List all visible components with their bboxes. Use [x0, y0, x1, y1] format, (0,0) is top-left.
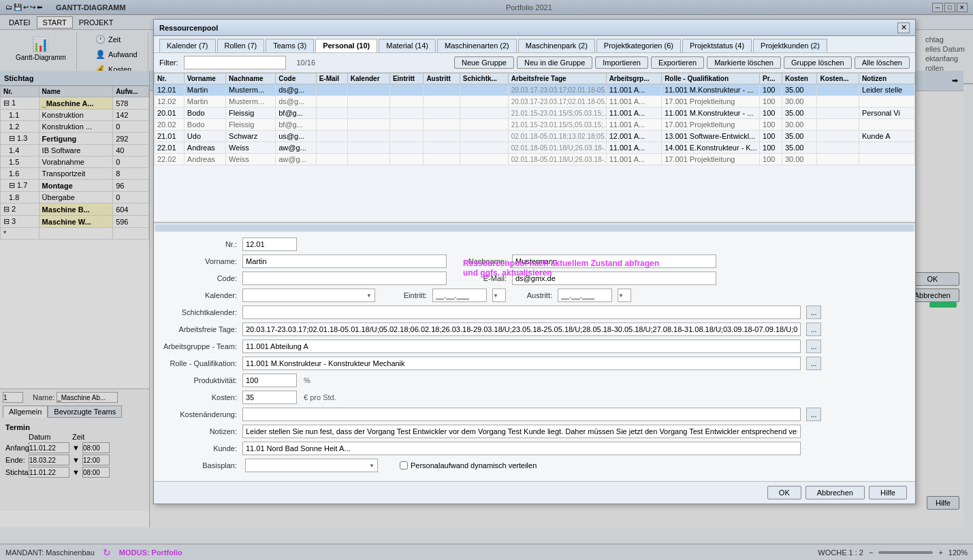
- filter-input[interactable]: [184, 56, 286, 69]
- austritt-combo[interactable]: ▼: [618, 289, 631, 302]
- vorname-field[interactable]: [242, 254, 447, 268]
- form-row-arbeitsfreie: Arbeitsfreie Tage: ...: [162, 323, 907, 336]
- email-field[interactable]: [512, 271, 716, 285]
- form-row-schicht: Schichtkalender: ...: [162, 306, 907, 319]
- exportieren-btn[interactable]: Exportieren: [651, 56, 704, 69]
- ressourcenpool-dialog: Ressourcenpool ✕ Kalender (7) Rollen (7)…: [153, 19, 916, 504]
- form-row-kosten: Kosten: € pro Std.: [162, 391, 907, 404]
- th-austritt: Austritt: [424, 73, 460, 84]
- form-row-kunde: Kunde:: [162, 442, 907, 455]
- austritt-field[interactable]: [558, 289, 612, 302]
- personalaufwand-checkbox[interactable]: [400, 461, 408, 470]
- dialog-close-btn[interactable]: ✕: [897, 22, 910, 33]
- basisplan-label: Basisplan:: [162, 461, 237, 470]
- eintritt-field[interactable]: [432, 289, 487, 302]
- kunde-field[interactable]: [242, 442, 801, 455]
- table-row[interactable]: 21.01 Udo Schwarz us@g... 02.01.18-05.01…: [155, 131, 915, 142]
- action-buttons: Neue Gruppe Neu in die Gruppe Importiere…: [454, 56, 910, 69]
- tab-kalender[interactable]: Kalender (7): [159, 39, 216, 52]
- nachname-field[interactable]: [512, 254, 716, 268]
- form-row-vorname: Vorname: Nachname:: [162, 254, 907, 268]
- prod-field[interactable]: [242, 374, 297, 387]
- tab-projektkategorien[interactable]: Projektkategorien (6): [596, 39, 681, 52]
- kostenaend-label: Kostenänderung:: [162, 410, 237, 418]
- kalender-label: Kalender:: [162, 291, 237, 299]
- filter-count: 10/16: [297, 59, 316, 67]
- personalaufwand-checkbox-label: Personalaufwand dynamisch verteilen: [400, 461, 537, 470]
- dialog-footer: OK Abbrechen Hilfe: [154, 481, 915, 504]
- nr-label: Nr.:: [162, 240, 237, 248]
- arbeitsfreie-field[interactable]: [242, 323, 801, 336]
- table-row[interactable]: 22.01 Andreas Weiss aw@g... 02.01.18-05.…: [155, 142, 915, 154]
- notizen-field[interactable]: [242, 425, 801, 438]
- nachname-label: Nachname:: [452, 257, 507, 265]
- email-label: E-Mail:: [452, 274, 507, 282]
- dialog-titlebar: Ressourcenpool ✕: [154, 20, 915, 36]
- th-eintritt: Eintritt: [389, 73, 423, 84]
- th-kosten: Kosten: [782, 73, 816, 84]
- th-arbeitsfreie: Arbeitsfreie Tage: [508, 73, 606, 84]
- th-email: E-Mail: [316, 73, 347, 84]
- dialog-title: Ressourcenpool: [159, 24, 218, 32]
- form-row-rolle: Rolle - Qualifikation: ...: [162, 357, 907, 370]
- eintritt-combo[interactable]: ▼: [492, 289, 506, 302]
- code-label: Code:: [162, 274, 237, 282]
- th-arbeitsgrp: Arbeitsgrp...: [606, 73, 661, 84]
- form-row-prod: Produktivität: %: [162, 374, 907, 387]
- markierte-loeschen-btn[interactable]: Markierte löschen: [707, 56, 781, 69]
- tab-material[interactable]: Material (14): [379, 39, 436, 52]
- kostenaend-field[interactable]: [242, 408, 801, 421]
- th-code: Code: [276, 73, 316, 84]
- tab-personal[interactable]: Personal (10): [315, 39, 377, 52]
- kosten-label: Kosten:: [162, 393, 237, 401]
- form-area: Nr.: Vorname: Nachname: Code: E-Mail: Ka…: [154, 232, 915, 481]
- tab-maschinenarten[interactable]: Maschinenarten (2): [437, 39, 517, 52]
- rolle-label: Rolle - Qualifikation:: [162, 359, 237, 367]
- schicht-field[interactable]: [242, 306, 801, 319]
- neu-in-gruppe-btn[interactable]: Neu in die Gruppe: [517, 56, 592, 69]
- h-scrollbar-thumb[interactable]: [155, 225, 914, 231]
- kosten-field[interactable]: [242, 391, 297, 404]
- schicht-label: Schichtkalender:: [162, 308, 237, 316]
- nr-field[interactable]: [242, 237, 297, 251]
- h-scrollbar[interactable]: [154, 223, 915, 232]
- table-row[interactable]: 12.01 Martin Musterm... ds@g... 20.03.17…: [155, 84, 915, 96]
- form-row-kalender: Kalender: ▼ Eintritt: ▼ Austritt: ▼: [162, 289, 907, 302]
- table-row[interactable]: 20.02 Bodo Fleissig bf@g... 21.01.15-23.…: [155, 119, 915, 131]
- form-row-notizen: Notizen:: [162, 425, 907, 438]
- kunde-label: Kunde:: [162, 444, 237, 452]
- dialog-abbrechen-btn[interactable]: Abbrechen: [805, 486, 865, 499]
- arbeitsgrp-dots-btn[interactable]: ...: [806, 340, 821, 353]
- austritt-label: Austritt:: [511, 291, 552, 299]
- filter-row: Filter: 10/16 Neue Gruppe Neu in die Gru…: [154, 53, 915, 73]
- form-row-kostenaend: Kostenänderung: ...: [162, 408, 907, 421]
- table-row[interactable]: 12.02 Martin Musterm... ds@g... 20.03.17…: [155, 96, 915, 108]
- table-row[interactable]: 20.01 Bodo Fleissig bf@g... 21.01.15-23.…: [155, 108, 915, 119]
- rolle-dots-btn[interactable]: ...: [806, 357, 821, 370]
- dialog-ok-btn[interactable]: OK: [767, 486, 801, 499]
- schicht-dots-btn[interactable]: ...: [806, 306, 821, 319]
- code-field[interactable]: [242, 271, 447, 285]
- tab-projektkunden[interactable]: Projektkunden (2): [753, 39, 827, 52]
- rolle-field[interactable]: [242, 357, 801, 370]
- th-vorname: Vorname: [184, 73, 225, 84]
- gruppe-loeschen-btn[interactable]: Gruppe löschen: [784, 56, 852, 69]
- table-row[interactable]: 22.02 Andreas Weiss aw@g... 02.01.18-05.…: [155, 154, 915, 165]
- kostenaend-dots-btn[interactable]: ...: [806, 408, 821, 421]
- arbeitsfreie-dots-btn[interactable]: ...: [806, 323, 821, 336]
- arbeitsgrp-field[interactable]: [242, 340, 801, 353]
- form-row-basisplan: Basisplan: ▼ Personalaufwand dynamisch v…: [162, 459, 907, 472]
- tab-projektstatus[interactable]: Projektstatus (4): [682, 39, 752, 52]
- alle-loeschen-btn[interactable]: Alle löschen: [855, 56, 910, 69]
- importieren-btn[interactable]: Importieren: [595, 56, 648, 69]
- table-area[interactable]: Nr. Vorname Nachname Code E-Mail Kalende…: [154, 73, 915, 223]
- dialog-hilfe-btn[interactable]: Hilfe: [869, 486, 907, 499]
- tab-teams[interactable]: Teams (3): [266, 39, 314, 52]
- neue-gruppe-btn[interactable]: Neue Gruppe: [454, 56, 514, 69]
- kalender-combo[interactable]: ▼: [242, 289, 375, 302]
- tab-rollen[interactable]: Rollen (7): [217, 39, 265, 52]
- tab-maschinenpark[interactable]: Maschinenpark (2): [518, 39, 595, 52]
- filter-label: Filter:: [159, 59, 178, 67]
- th-nachname: Nachname: [226, 73, 276, 84]
- basisplan-combo[interactable]: ▼: [245, 459, 378, 472]
